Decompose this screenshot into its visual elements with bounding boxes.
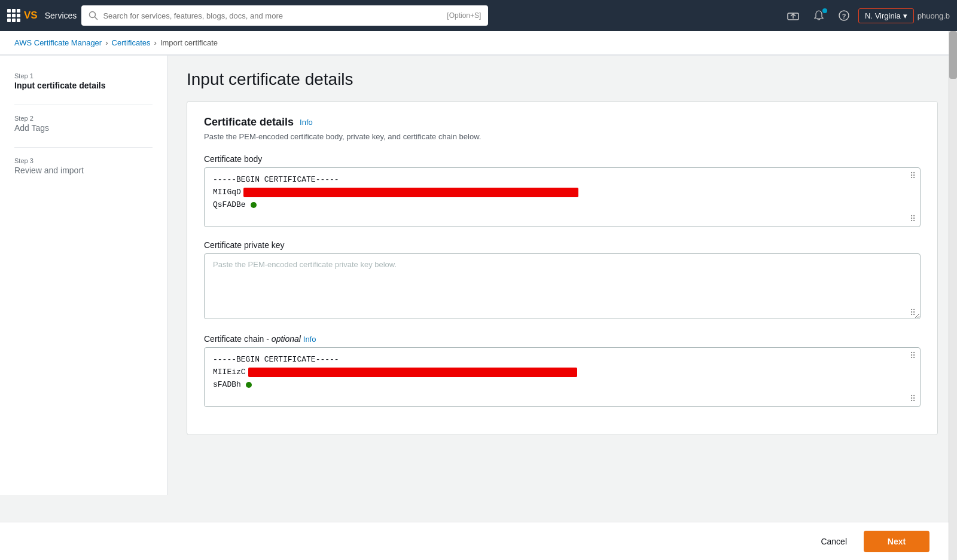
- breadcrumb-sep-2: ›: [154, 38, 157, 47]
- top-navigation: VS Services [Option+S] ?: [0, 0, 957, 31]
- help-icon: ?: [838, 10, 850, 22]
- region-selector[interactable]: N. Virginia ▾: [858, 8, 914, 23]
- card-info-link[interactable]: Info: [300, 118, 313, 127]
- breadcrumb-acm[interactable]: AWS Certificate Manager: [14, 38, 102, 47]
- services-nav[interactable]: Services: [45, 11, 77, 20]
- cloud-icon-btn[interactable]: [782, 8, 804, 23]
- cert-chain-wrapper: -----BEGIN CERTIFICATE----- MIIEizC sFAD…: [204, 347, 921, 407]
- search-input[interactable]: [103, 11, 442, 20]
- cert-private-key-textarea[interactable]: [204, 253, 921, 319]
- search-shortcut: [Option+S]: [447, 11, 481, 20]
- cert-body-resize-handle: ⠿: [910, 171, 916, 180]
- cert-chain-optional: optional: [272, 334, 301, 344]
- breadcrumb-current: Import certificate: [160, 38, 218, 47]
- main-content: Input certificate details Certificate de…: [167, 56, 957, 495]
- step-3-title: Review and import: [14, 166, 153, 175]
- cert-chain-line1: -----BEGIN CERTIFICATE-----: [213, 354, 912, 366]
- step-2-item: Step 2 Add Tags: [14, 115, 153, 133]
- cert-body-redacted-bar: [243, 188, 578, 197]
- cert-body-green-dot: [251, 202, 257, 208]
- cert-chain-line2: MIIEizC: [213, 366, 912, 379]
- aws-logo: VS: [7, 9, 38, 22]
- region-label: N. Virginia: [865, 11, 901, 20]
- cert-body-field-group: Certificate body -----BEGIN CERTIFICATE-…: [204, 154, 921, 227]
- cert-body-wrapper: -----BEGIN CERTIFICATE----- MIIGqD QsFAD…: [204, 167, 921, 227]
- step-2-label: Step 2: [14, 115, 153, 122]
- cert-chain-label: Certificate chain - optional Info: [204, 334, 921, 344]
- scrollbar[interactable]: [949, 31, 957, 495]
- cert-private-key-resize: ⠿: [910, 308, 916, 317]
- content-area: Step 1 Input certificate details Step 2 …: [0, 56, 957, 495]
- cert-private-key-field-group: Certificate private key ⠿: [204, 240, 921, 321]
- cert-chain-green-dot: [246, 382, 252, 388]
- notification-badge: [822, 8, 827, 13]
- help-btn[interactable]: ?: [833, 7, 855, 24]
- search-icon: [89, 11, 98, 20]
- scrollbar-thumb[interactable]: [949, 31, 957, 79]
- cert-chain-field-group: Certificate chain - optional Info -----B…: [204, 334, 921, 407]
- cert-chain-resize-top: ⠿: [910, 351, 916, 360]
- svg-line-1: [95, 17, 98, 20]
- nav-icons: ? N. Virginia ▾ phuong.b: [782, 7, 950, 24]
- step-3-item: Step 3 Review and import: [14, 157, 153, 175]
- cert-private-key-wrapper: ⠿: [204, 253, 921, 321]
- step-1-title: Input certificate details: [14, 81, 153, 90]
- cert-body-line2: MIIGqD: [213, 186, 912, 199]
- step-divider-2: [14, 147, 153, 148]
- region-dropdown-icon: ▾: [903, 11, 907, 20]
- cloud-upload-icon: [787, 10, 800, 21]
- logo-text: VS: [24, 10, 38, 22]
- cert-chain-redacted-bar: [248, 368, 577, 377]
- cert-chain-line3: sFADBh: [213, 379, 912, 391]
- grid-icon: [7, 9, 20, 22]
- step-1-item: Step 1 Input certificate details: [14, 72, 153, 90]
- step-2-title: Add Tags: [14, 123, 153, 133]
- breadcrumb-sep-1: ›: [105, 38, 108, 47]
- bell-btn[interactable]: [808, 7, 830, 24]
- card-title: Certificate details: [204, 116, 294, 128]
- page-title: Input certificate details: [187, 70, 938, 89]
- cert-chain-resize-handle: ⠿: [910, 394, 916, 403]
- cert-body-textarea[interactable]: -----BEGIN CERTIFICATE----- MIIGqD QsFAD…: [204, 167, 921, 227]
- svg-text:?: ?: [842, 13, 846, 20]
- card-desc: Paste the PEM-encoded certificate body, …: [204, 132, 921, 141]
- step-divider-1: [14, 105, 153, 105]
- cert-body-label: Certificate body: [204, 154, 921, 164]
- steps-sidebar: Step 1 Input certificate details Step 2 …: [0, 56, 167, 495]
- certificate-details-card: Certificate details Info Paste the PEM-e…: [187, 101, 938, 435]
- cert-private-key-label: Certificate private key: [204, 240, 921, 250]
- breadcrumb-certificates[interactable]: Certificates: [112, 38, 151, 47]
- user-menu[interactable]: phuong.b: [918, 11, 950, 20]
- step-3-label: Step 3: [14, 157, 153, 164]
- cert-chain-textarea[interactable]: -----BEGIN CERTIFICATE----- MIIEizC sFAD…: [204, 347, 921, 407]
- card-header: Certificate details Info: [204, 116, 921, 128]
- search-bar[interactable]: [Option+S]: [81, 5, 488, 26]
- cert-body-line1: -----BEGIN CERTIFICATE-----: [213, 174, 912, 186]
- step-1-label: Step 1: [14, 72, 153, 79]
- cert-body-resize-handle2: ⠿: [910, 214, 916, 224]
- svg-point-0: [90, 12, 96, 18]
- breadcrumb: AWS Certificate Manager › Certificates ›…: [0, 31, 957, 55]
- cert-chain-info-link[interactable]: Info: [303, 335, 316, 344]
- cert-body-line3: QsFADBe: [213, 199, 912, 212]
